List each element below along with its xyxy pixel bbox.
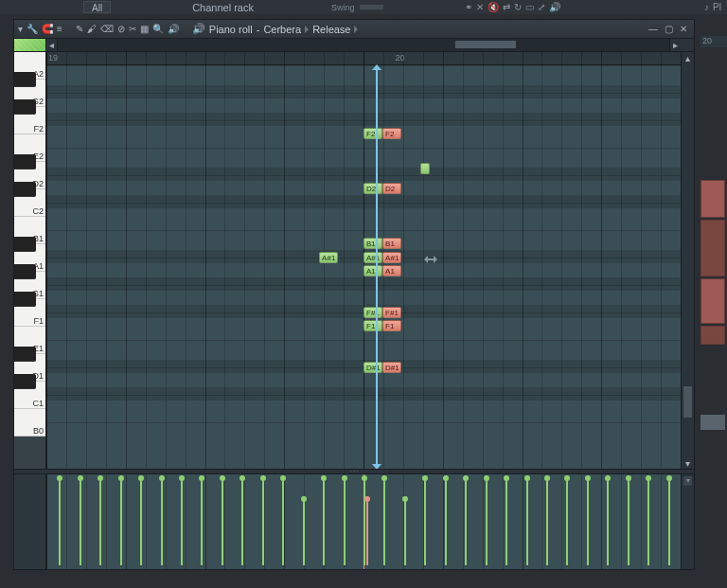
velocity-bar[interactable] xyxy=(546,478,548,565)
velocity-bar[interactable] xyxy=(566,478,568,565)
velocity-bar[interactable] xyxy=(628,478,629,565)
window-titlebar[interactable]: ▾ 🔧 🧲 ≡ ✎ 🖌 ⌫ ⊘ ✂ ▦ 🔍 🔊 🔊 Piano roll - C… xyxy=(14,20,694,39)
velocity-bar[interactable] xyxy=(282,478,284,565)
velocity-bar[interactable] xyxy=(120,478,122,565)
piano-key-black[interactable] xyxy=(14,292,36,307)
midi-note[interactable]: A1 xyxy=(364,265,382,276)
midi-note[interactable]: B1 xyxy=(382,238,401,249)
mute-tool-icon[interactable]: ⊘ xyxy=(117,24,125,34)
midi-note[interactable]: A1 xyxy=(382,265,401,276)
midi-note[interactable]: F2 xyxy=(382,128,401,139)
event-menu-button[interactable]: ▾ xyxy=(683,476,692,486)
piano-key-white[interactable]: B0 xyxy=(14,409,45,437)
velocity-bar[interactable] xyxy=(404,499,406,565)
velocity-bar[interactable] xyxy=(424,478,426,565)
velocity-bar[interactable] xyxy=(323,478,325,565)
velocity-bar[interactable] xyxy=(59,478,61,565)
select-icon[interactable]: ▦ xyxy=(140,24,149,34)
vscroll-thumb[interactable] xyxy=(683,386,692,418)
erase-icon[interactable]: ⌫ xyxy=(100,24,114,34)
midi-note[interactable]: B1 xyxy=(364,238,382,249)
piano-key-black[interactable] xyxy=(14,182,36,197)
velocity-bar[interactable] xyxy=(668,478,670,565)
piano-key-black[interactable] xyxy=(14,347,36,362)
velocity-bar[interactable] xyxy=(344,478,346,565)
brush-icon[interactable]: 🖌 xyxy=(87,24,97,34)
velocity-bar[interactable] xyxy=(607,478,609,565)
piano-key-black[interactable] xyxy=(14,99,36,115)
crumb-channel[interactable]: Cerbera xyxy=(263,24,301,35)
hscroll-track[interactable] xyxy=(58,39,669,51)
velocity-bar[interactable] xyxy=(526,478,528,565)
velocity-bar[interactable] xyxy=(366,499,368,565)
playlist-time-ruler[interactable]: 20 xyxy=(700,36,727,47)
breadcrumb[interactable]: 🔊 Piano roll - Cerbera Release xyxy=(192,23,359,35)
playhead[interactable] xyxy=(376,65,378,469)
velocity-bar[interactable] xyxy=(80,478,81,565)
velocity-bar[interactable] xyxy=(647,478,649,565)
velocity-bar[interactable] xyxy=(241,478,243,565)
playlist-clip[interactable] xyxy=(700,180,725,218)
midi-note[interactable]: F#1 xyxy=(364,307,382,318)
expand-icon[interactable]: ⤢ xyxy=(538,2,545,12)
zoom-icon[interactable]: 🔍 xyxy=(152,24,164,34)
playlist-clip[interactable] xyxy=(700,220,725,276)
midi-note[interactable]: D2 xyxy=(364,183,382,194)
shuffle-icon[interactable]: ⇄ xyxy=(503,2,510,12)
wrench-icon[interactable]: 🔧 xyxy=(27,24,38,34)
note-grid[interactable]: 19 20 F2F2D2D2B1B1A#1A#1A#1A1A1F#1F#1F1F… xyxy=(46,52,681,469)
speaker-off-icon[interactable]: 🔇 xyxy=(488,2,499,12)
midi-note[interactable]: F1 xyxy=(364,320,382,331)
piano-key-black[interactable] xyxy=(14,264,36,279)
horizontal-scrollbar[interactable]: ◂ ▸ xyxy=(14,39,694,52)
maximize-button[interactable]: ▢ xyxy=(664,25,673,34)
pencil-icon[interactable]: ✎ xyxy=(76,24,83,34)
note-color-swatch[interactable] xyxy=(14,39,46,51)
scroll-down-button[interactable]: ▾ xyxy=(682,457,694,469)
velocity-lane[interactable] xyxy=(46,474,681,569)
velocity-bar[interactable] xyxy=(222,478,223,565)
midi-note[interactable]: F1 xyxy=(382,320,401,331)
scroll-left-button[interactable]: ◂ xyxy=(46,39,58,51)
pattern-dropdown[interactable]: All xyxy=(83,1,111,13)
selection-icon[interactable]: ▭ xyxy=(525,2,534,12)
piano-key-black[interactable] xyxy=(14,154,36,169)
close-button[interactable]: ✕ xyxy=(679,25,688,34)
velocity-bar[interactable] xyxy=(505,478,507,565)
scroll-up-button[interactable]: ▴ xyxy=(682,52,694,63)
velocity-bar[interactable] xyxy=(181,478,183,565)
velocity-bar[interactable] xyxy=(465,478,467,565)
playlist-clip[interactable] xyxy=(700,278,725,324)
midi-note[interactable]: D#1 xyxy=(364,362,382,373)
playlist-clip[interactable] xyxy=(700,326,725,345)
velocity-bar[interactable] xyxy=(303,499,305,565)
velocity-bar[interactable] xyxy=(587,478,589,565)
midi-note[interactable]: A#1 xyxy=(382,252,401,263)
playback-icon[interactable]: 🔊 xyxy=(168,24,179,34)
swing-slider[interactable] xyxy=(360,5,383,9)
midi-note[interactable]: F#1 xyxy=(382,307,401,318)
stamp-icon[interactable]: ≡ xyxy=(57,24,62,34)
hscroll-thumb[interactable] xyxy=(455,41,517,48)
minimize-button[interactable]: — xyxy=(648,25,658,34)
piano-key-black[interactable] xyxy=(14,374,36,389)
velocity-bar[interactable] xyxy=(262,478,264,565)
crumb-pattern[interactable]: Release xyxy=(312,24,350,35)
velocity-bar[interactable] xyxy=(99,478,101,565)
mute-icon[interactable]: ✕ xyxy=(476,2,484,12)
playlist-scroll-thumb[interactable] xyxy=(700,415,725,430)
piano-keyboard[interactable]: A2G2F2E2D2C2B1A1G1F1E1D1C1B0 xyxy=(14,52,46,469)
midi-note[interactable]: D#1 xyxy=(382,362,401,373)
velocity-bar[interactable] xyxy=(140,478,142,565)
piano-key-black[interactable] xyxy=(14,72,36,87)
volume-icon[interactable]: 🔊 xyxy=(549,2,560,12)
scroll-right-button[interactable]: ▸ xyxy=(669,39,681,51)
playlist-label[interactable]: Pl xyxy=(713,2,721,12)
magnet-icon[interactable]: 🧲 xyxy=(42,24,53,34)
channel-rack-button[interactable]: Channel rack xyxy=(188,2,254,13)
midi-note[interactable]: A#1 xyxy=(364,252,382,263)
velocity-bar[interactable] xyxy=(383,478,385,565)
velocity-bar[interactable] xyxy=(201,478,203,565)
piano-key-black[interactable] xyxy=(14,237,36,252)
midi-note[interactable]: D2 xyxy=(382,183,401,194)
